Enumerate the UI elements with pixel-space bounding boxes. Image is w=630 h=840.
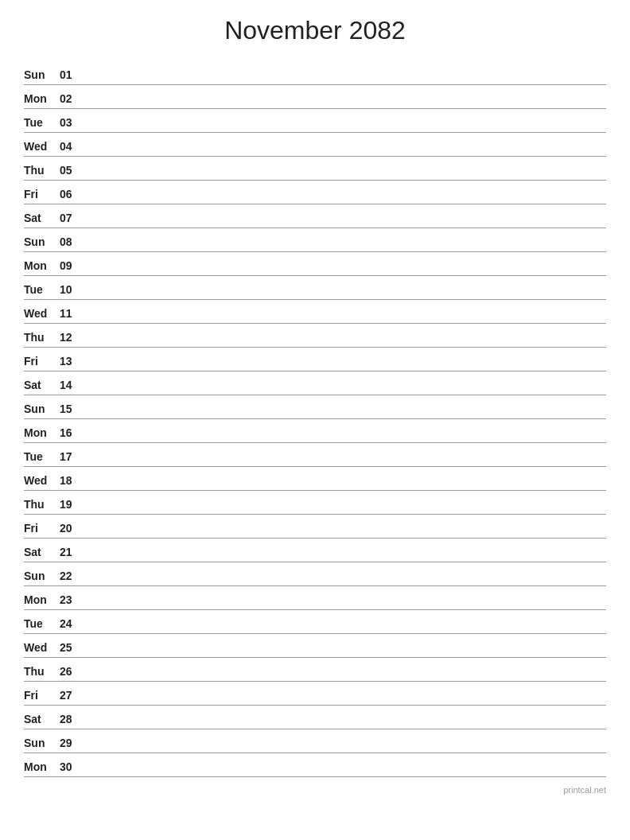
calendar-row: Mon02 xyxy=(24,85,606,109)
calendar-row: Tue24 xyxy=(24,610,606,634)
day-line xyxy=(91,104,606,105)
calendar-row: Fri27 xyxy=(24,682,606,706)
date-number-label: 10 xyxy=(60,283,84,296)
day-of-week-label: Mon xyxy=(24,92,60,105)
day-of-week-label: Fri xyxy=(24,188,60,200)
calendar-row: Fri06 xyxy=(24,181,606,204)
day-of-week-label: Mon xyxy=(24,259,60,272)
date-number-label: 27 xyxy=(60,689,84,702)
calendar-row: Mon09 xyxy=(24,252,606,276)
day-of-week-label: Mon xyxy=(24,426,60,439)
day-line xyxy=(91,176,606,177)
date-number-label: 24 xyxy=(60,617,84,630)
day-line xyxy=(91,295,606,296)
calendar-row: Sun01 xyxy=(24,61,606,85)
day-line xyxy=(91,629,606,630)
day-line xyxy=(91,319,606,320)
date-number-label: 18 xyxy=(60,474,84,487)
date-number-label: 15 xyxy=(60,402,84,415)
calendar-row: Sun15 xyxy=(24,395,606,419)
date-number-label: 09 xyxy=(60,259,84,272)
date-number-label: 05 xyxy=(60,164,84,177)
footer-text: printcal.net xyxy=(24,785,606,795)
calendar-row: Sat14 xyxy=(24,371,606,395)
day-line xyxy=(91,677,606,678)
day-of-week-label: Wed xyxy=(24,641,60,654)
day-line xyxy=(91,653,606,654)
calendar-row: Thu26 xyxy=(24,658,606,682)
calendar-row: Thu19 xyxy=(24,491,606,515)
calendar-row: Mon23 xyxy=(24,586,606,610)
day-line xyxy=(91,462,606,463)
calendar-row: Wed18 xyxy=(24,467,606,491)
day-of-week-label: Sat xyxy=(24,713,60,725)
day-of-week-label: Sun xyxy=(24,402,60,415)
date-number-label: 28 xyxy=(60,713,84,725)
day-line xyxy=(91,343,606,344)
date-number-label: 25 xyxy=(60,641,84,654)
calendar-row: Sun22 xyxy=(24,562,606,586)
day-line xyxy=(91,558,606,558)
day-line xyxy=(91,391,606,391)
date-number-label: 11 xyxy=(60,307,84,320)
calendar-row: Fri13 xyxy=(24,348,606,371)
date-number-label: 02 xyxy=(60,92,84,105)
date-number-label: 16 xyxy=(60,426,84,439)
date-number-label: 01 xyxy=(60,68,84,81)
calendar-row: Sun08 xyxy=(24,228,606,252)
day-of-week-label: Sun xyxy=(24,737,60,749)
day-of-week-label: Thu xyxy=(24,498,60,511)
day-of-week-label: Fri xyxy=(24,689,60,702)
calendar-row: Wed11 xyxy=(24,300,606,324)
day-of-week-label: Thu xyxy=(24,331,60,344)
day-of-week-label: Tue xyxy=(24,283,60,296)
date-number-label: 06 xyxy=(60,188,84,200)
day-of-week-label: Sun xyxy=(24,235,60,248)
day-line xyxy=(91,367,606,368)
day-line xyxy=(91,605,606,606)
calendar-container: Sun01Mon02Tue03Wed04Thu05Fri06Sat07Sun08… xyxy=(24,61,606,777)
day-line xyxy=(91,224,606,224)
calendar-row: Wed04 xyxy=(24,133,606,157)
calendar-row: Mon16 xyxy=(24,419,606,443)
day-line xyxy=(91,247,606,248)
date-number-label: 03 xyxy=(60,116,84,129)
day-of-week-label: Sun xyxy=(24,68,60,81)
calendar-row: Sat07 xyxy=(24,204,606,228)
day-of-week-label: Thu xyxy=(24,164,60,177)
calendar-row: Mon30 xyxy=(24,753,606,777)
calendar-row: Tue17 xyxy=(24,443,606,467)
date-number-label: 07 xyxy=(60,212,84,224)
day-line xyxy=(91,80,606,81)
date-number-label: 22 xyxy=(60,570,84,582)
day-line xyxy=(91,128,606,129)
calendar-row: Wed25 xyxy=(24,634,606,658)
day-line xyxy=(91,510,606,511)
day-of-week-label: Mon xyxy=(24,593,60,606)
day-of-week-label: Wed xyxy=(24,307,60,320)
date-number-label: 29 xyxy=(60,737,84,749)
day-of-week-label: Wed xyxy=(24,474,60,487)
day-of-week-label: Sun xyxy=(24,570,60,582)
day-of-week-label: Wed xyxy=(24,140,60,153)
calendar-row: Sat21 xyxy=(24,539,606,562)
calendar-row: Fri20 xyxy=(24,515,606,539)
day-line xyxy=(91,534,606,535)
date-number-label: 26 xyxy=(60,665,84,678)
date-number-label: 17 xyxy=(60,450,84,463)
day-of-week-label: Thu xyxy=(24,665,60,678)
day-line xyxy=(91,486,606,487)
day-line xyxy=(91,414,606,415)
day-line xyxy=(91,271,606,272)
day-of-week-label: Fri xyxy=(24,355,60,368)
date-number-label: 14 xyxy=(60,379,84,391)
day-line xyxy=(91,725,606,725)
day-of-week-label: Tue xyxy=(24,116,60,129)
page-title: November 2082 xyxy=(24,16,606,45)
day-of-week-label: Sat xyxy=(24,212,60,224)
date-number-label: 13 xyxy=(60,355,84,368)
date-number-label: 19 xyxy=(60,498,84,511)
date-number-label: 23 xyxy=(60,593,84,606)
day-line xyxy=(91,581,606,582)
day-of-week-label: Mon xyxy=(24,760,60,773)
